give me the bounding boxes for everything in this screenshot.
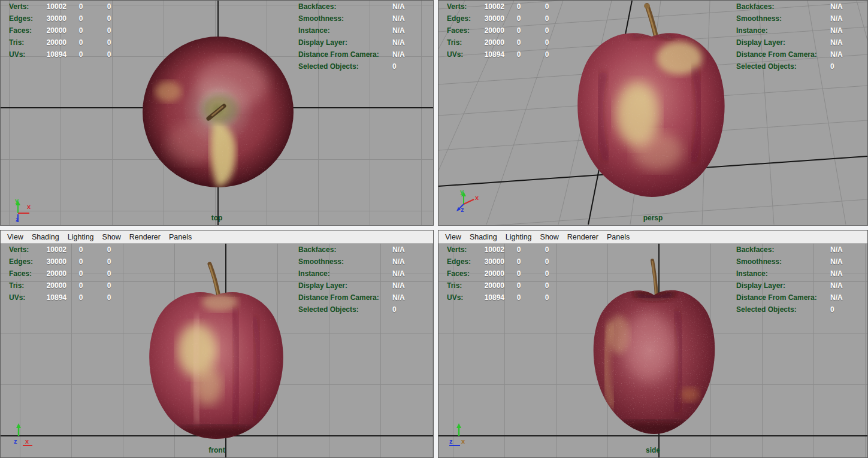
hud-value: 0 xyxy=(533,245,561,257)
hud-value: N/A xyxy=(392,38,405,50)
hud-value: 0 xyxy=(504,293,533,305)
hud-value: N/A xyxy=(392,50,405,62)
hud-label: Edges: xyxy=(447,257,477,269)
hud-label: Display Layer: xyxy=(736,281,830,293)
hud-row: Instance: N/A xyxy=(736,269,843,281)
hud-row: UVs: 10894 0 0 xyxy=(447,50,561,62)
hud-row: Backfaces: N/A xyxy=(736,245,843,257)
svg-text:z: z xyxy=(14,438,17,445)
hud-row: Verts: 10002 0 0 xyxy=(9,245,123,257)
hud-row: Instance: N/A xyxy=(736,26,843,38)
hud-value: 0 xyxy=(95,245,123,257)
menu-item[interactable]: Renderer xyxy=(125,232,165,242)
hud-value: N/A xyxy=(830,2,843,14)
hud-row: Distance From Camera: N/A xyxy=(298,293,405,305)
axis-gizmo-side-view: z x xyxy=(446,420,474,448)
viewport-name-label: front xyxy=(1,446,433,454)
hud-value: 0 xyxy=(533,2,561,14)
viewport-top[interactable]: Verts: 10002 0 0 Edges: 30000 0 0 Faces:… xyxy=(1,1,433,225)
apple-model-front-view[interactable] xyxy=(142,259,291,439)
hud-value: 0 xyxy=(95,281,123,293)
svg-text:x: x xyxy=(461,438,465,445)
hud-value: 10002 xyxy=(39,2,66,14)
hud-value: N/A xyxy=(830,26,843,38)
hud-row: Edges: 30000 0 0 xyxy=(9,14,123,26)
hud-value: N/A xyxy=(830,245,843,257)
hud-value: 0 xyxy=(66,245,95,257)
hud-value: 0 xyxy=(66,281,95,293)
hud-value: N/A xyxy=(830,38,843,50)
hud-object-info: Backfaces: N/A Smoothness: N/A Instance:… xyxy=(736,2,843,74)
menu-item[interactable]: Lighting xyxy=(63,232,98,242)
hud-value: 0 xyxy=(392,62,397,74)
menu-item[interactable]: View xyxy=(441,232,465,242)
menu-item[interactable]: Lighting xyxy=(501,232,536,242)
hud-value: 20000 xyxy=(39,281,66,293)
panel-menubar: ViewShadingLightingShowRendererPanels xyxy=(438,230,867,244)
menu-item[interactable]: Shading xyxy=(465,232,501,242)
hud-poly-counts: Verts: 10002 0 0 Edges: 30000 0 0 Faces:… xyxy=(447,2,561,62)
hud-label: Display Layer: xyxy=(298,38,392,50)
hud-value: 30000 xyxy=(39,14,66,26)
hud-label: Edges: xyxy=(447,14,477,26)
menu-item[interactable]: Renderer xyxy=(563,232,603,242)
svg-text:y: y xyxy=(460,188,464,195)
hud-value: N/A xyxy=(830,50,843,62)
menu-item[interactable]: Panels xyxy=(165,232,196,242)
hud-row: Distance From Camera: N/A xyxy=(736,293,843,305)
hud-value: 10894 xyxy=(39,50,66,62)
hud-value: N/A xyxy=(392,281,405,293)
hud-value: 10002 xyxy=(477,245,504,257)
menu-item[interactable]: Show xyxy=(98,232,125,242)
menu-item[interactable]: Shading xyxy=(28,232,63,242)
hud-value: 0 xyxy=(504,38,533,50)
hud-label: Distance From Camera: xyxy=(298,50,392,62)
hud-object-info: Backfaces: N/A Smoothness: N/A Instance:… xyxy=(736,245,843,317)
viewport-front[interactable]: Verts: 10002 0 0 Edges: 30000 0 0 Faces:… xyxy=(1,244,433,457)
menu-item[interactable]: View xyxy=(3,232,28,242)
viewport-persp[interactable]: Verts: 10002 0 0 Edges: 30000 0 0 Faces:… xyxy=(438,1,867,225)
menu-item[interactable]: Show xyxy=(536,232,563,242)
viewport-side[interactable]: Verts: 10002 0 0 Edges: 30000 0 0 Faces:… xyxy=(438,244,867,457)
hud-poly-counts: Verts: 10002 0 0 Edges: 30000 0 0 Faces:… xyxy=(9,245,123,305)
hud-value: 0 xyxy=(392,305,397,317)
hud-row: Display Layer: N/A xyxy=(298,281,405,293)
hud-row: Backfaces: N/A xyxy=(298,2,405,14)
hud-value: 0 xyxy=(533,257,561,269)
svg-text:y: y xyxy=(15,197,19,204)
hud-value: 20000 xyxy=(477,269,504,281)
apple-model-side-view[interactable] xyxy=(576,256,733,436)
hud-value: 0 xyxy=(95,293,123,305)
hud-row: Backfaces: N/A xyxy=(298,245,405,257)
hud-row: Faces: 20000 0 0 xyxy=(9,26,123,38)
hud-value: 30000 xyxy=(477,14,504,26)
hud-value: 0 xyxy=(66,14,95,26)
hud-label: UVs: xyxy=(9,293,39,305)
hud-label: Tris: xyxy=(9,281,39,293)
hud-value: N/A xyxy=(392,2,405,14)
hud-value: N/A xyxy=(392,269,405,281)
hud-value: 0 xyxy=(95,50,123,62)
hud-row: Faces: 20000 0 0 xyxy=(9,269,123,281)
hud-label: Distance From Camera: xyxy=(298,293,392,305)
hud-row: Selected Objects: 0 xyxy=(298,305,405,317)
hud-label: Smoothness: xyxy=(736,257,830,269)
hud-value: N/A xyxy=(392,293,405,305)
viewport-name-label: top xyxy=(1,214,433,222)
hud-value: 0 xyxy=(504,269,533,281)
hud-value: 0 xyxy=(504,50,533,62)
hud-value: 0 xyxy=(66,26,95,38)
hud-row: Edges: 30000 0 0 xyxy=(9,257,123,269)
menu-item[interactable]: Panels xyxy=(603,232,634,242)
hud-value: 20000 xyxy=(39,38,66,50)
hud-value: 0 xyxy=(830,62,834,74)
hud-row: Smoothness: N/A xyxy=(736,257,843,269)
apple-model-persp-view[interactable] xyxy=(567,1,734,202)
hud-label: Distance From Camera: xyxy=(736,50,830,62)
hud-label: Selected Objects: xyxy=(298,62,392,74)
hud-label: Verts: xyxy=(447,2,477,14)
hud-row: Display Layer: N/A xyxy=(736,281,843,293)
hud-value: 0 xyxy=(95,26,123,38)
apple-model-top-view[interactable] xyxy=(142,34,294,191)
hud-row: Edges: 30000 0 0 xyxy=(447,14,561,26)
